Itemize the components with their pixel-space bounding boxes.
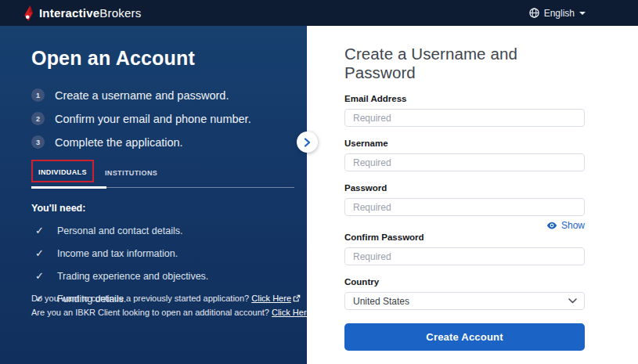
username-label: Username <box>344 139 585 148</box>
steps-list: 1 Create a username and password. 2 Conf… <box>31 88 283 149</box>
show-password-label: Show <box>561 220 585 231</box>
password-label: Password <box>344 183 585 193</box>
step-item-3: 3 Complete the application. <box>31 135 283 149</box>
info-sidebar: Open an Account 1 Create a username and … <box>0 26 307 364</box>
step-item-1: 1 Create a username and password. <box>31 88 283 102</box>
needs-title: You'll need: <box>31 203 283 214</box>
account-type-tabs: INDIVIDUALS INSTITUTIONS <box>31 160 294 188</box>
page-title: Open an Account <box>31 47 283 70</box>
language-label: English <box>544 8 575 19</box>
additional-account-question: Are you an IBKR Client looking to open a… <box>31 308 272 317</box>
need-text: Personal and contact details. <box>57 225 183 236</box>
brand-name: InteractiveBrokers <box>39 6 141 20</box>
interactive-brokers-logo[interactable]: InteractiveBrokers <box>22 5 141 21</box>
external-link-icon <box>313 308 321 316</box>
external-link-icon <box>293 294 301 302</box>
step-item-2: 2 Confirm your email and phone number. <box>31 112 283 125</box>
country-selected-value: United States <box>353 296 409 307</box>
need-text: Income and tax information. <box>57 248 178 259</box>
email-field[interactable] <box>344 109 585 127</box>
checkmark-icon: ✓ <box>35 249 44 258</box>
email-label: Email Address <box>344 94 585 103</box>
globe-icon <box>529 8 539 18</box>
signup-form-panel: Create a Username and Password Email Add… <box>307 26 638 364</box>
tab-institutions-label: INSTITUTIONS <box>105 169 157 177</box>
step-number-badge: 1 <box>31 88 45 102</box>
country-select[interactable]: United States <box>344 292 585 310</box>
additional-account-line: Are you an IBKR Client looking to open a… <box>31 306 321 320</box>
language-selector[interactable]: English <box>529 8 586 19</box>
step-text: Complete the application. <box>55 136 183 149</box>
checkmark-icon: ✓ <box>35 272 44 281</box>
additional-account-link[interactable]: Click Here <box>272 308 312 317</box>
step-number-badge: 2 <box>31 112 45 125</box>
step-text: Confirm your email and phone number. <box>55 113 251 125</box>
chevron-down-icon <box>579 12 586 15</box>
create-account-button[interactable]: Create Account <box>344 323 585 351</box>
account-open-page: InteractiveBrokers English Open an Accou… <box>0 0 638 364</box>
form-title: Create a Username and Password <box>344 45 585 82</box>
username-field[interactable] <box>344 153 585 171</box>
step-number-badge: 3 <box>31 135 45 149</box>
confirm-password-field[interactable] <box>344 247 585 265</box>
need-text: Trading experience and objectives. <box>57 271 208 282</box>
brand-bold: Interactive <box>39 6 99 20</box>
step-text: Create a username and password. <box>55 89 229 102</box>
password-field[interactable] <box>344 198 585 216</box>
top-navigation-bar: InteractiveBrokers English <box>0 0 638 26</box>
country-label: Country <box>344 277 585 287</box>
ibkr-flame-icon <box>22 5 34 21</box>
eye-icon <box>546 220 557 231</box>
brand-regular: Brokers <box>99 6 141 20</box>
chevron-right-icon <box>304 138 311 147</box>
footer-links: Do you want to continue a previously sta… <box>31 292 321 319</box>
show-password-toggle[interactable]: Show <box>344 220 585 231</box>
list-item: ✓ Personal and contact details. <box>31 225 283 236</box>
continue-application-line: Do you want to continue a previously sta… <box>31 292 321 306</box>
continue-application-link[interactable]: Click Here <box>251 294 291 303</box>
tab-institutions[interactable]: INSTITUTIONS <box>105 164 157 178</box>
confirm-password-label: Confirm Password <box>344 232 585 242</box>
list-item: ✓ Income and tax information. <box>31 248 283 259</box>
chevron-down-icon <box>568 298 577 304</box>
continue-application-question: Do you want to continue a previously sta… <box>31 294 251 303</box>
active-tab-indicator <box>31 186 106 189</box>
list-item: ✓ Trading experience and objectives. <box>31 271 283 282</box>
tab-individuals-label: INDIVIDUALS <box>38 168 87 176</box>
checkmark-icon: ✓ <box>35 226 44 236</box>
tab-individuals[interactable]: INDIVIDUALS <box>31 160 94 182</box>
sidebar-collapse-button[interactable] <box>297 132 318 153</box>
